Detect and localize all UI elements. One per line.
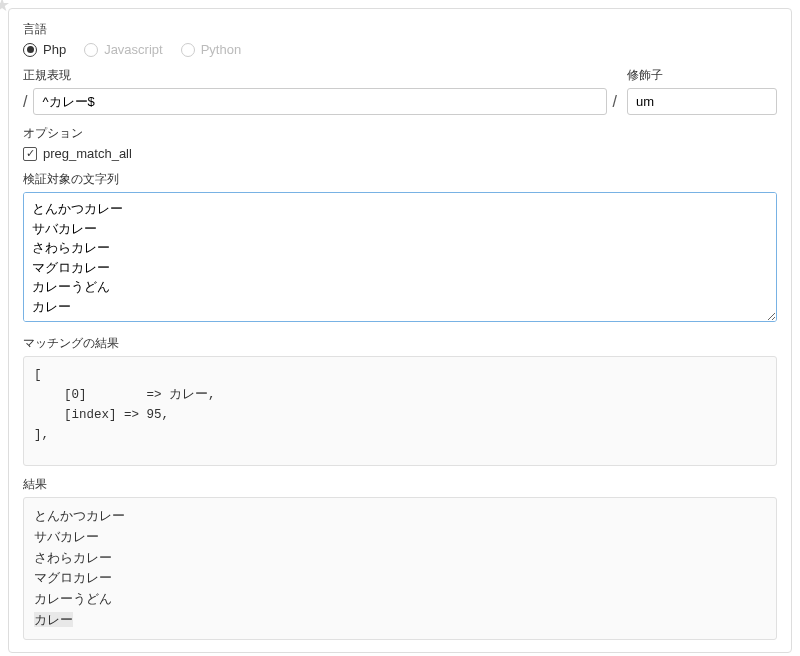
test-string-section: 検証対象の文字列 — [23, 171, 777, 325]
result-output: とんかつカレーサバカレーさわらカレーマグロカレーカレーうどんカレー — [23, 497, 777, 640]
result-label: 結果 — [23, 476, 777, 493]
radio-label: Javascript — [104, 42, 163, 57]
result-section: 結果 とんかつカレーサバカレーさわらカレーマグロカレーカレーうどんカレー — [23, 476, 777, 640]
regex-slash-open: / — [23, 93, 27, 111]
regex-pattern-input[interactable] — [33, 88, 606, 115]
radio-label: Php — [43, 42, 66, 57]
language-radio-php[interactable]: Php — [23, 42, 66, 57]
result-line: マグロカレー — [34, 570, 112, 585]
regex-modifier-input[interactable] — [627, 88, 777, 115]
options-label: オプション — [23, 125, 777, 142]
radio-icon — [23, 43, 37, 57]
regex-slash-close: / — [613, 93, 617, 111]
modifier-label: 修飾子 — [627, 67, 777, 84]
result-line: カレー — [34, 612, 73, 627]
regex-pattern-section: 正規表現 / / — [23, 67, 617, 115]
options-section: オプション preg_match_all — [23, 125, 777, 161]
language-radio-group: Php Javascript Python — [23, 42, 777, 57]
radio-label: Python — [201, 42, 241, 57]
test-string-label: 検証対象の文字列 — [23, 171, 777, 188]
test-string-input[interactable] — [23, 192, 777, 322]
language-radio-javascript[interactable]: Javascript — [84, 42, 163, 57]
regex-modifier-section: 修飾子 — [627, 67, 777, 115]
regex-tester-panel: 言語 Php Javascript Python 正規表現 / / — [8, 8, 792, 653]
regex-row: 正規表現 / / 修飾子 — [23, 67, 777, 115]
checkbox-icon — [23, 147, 37, 161]
match-result-label: マッチングの結果 — [23, 335, 777, 352]
match-result-output: [ [0] => カレー, [index] => 95, ], — [23, 356, 777, 466]
regex-label: 正規表現 — [23, 67, 617, 84]
language-radio-python[interactable]: Python — [181, 42, 241, 57]
language-section: 言語 Php Javascript Python — [23, 21, 777, 57]
preg-match-all-checkbox[interactable]: preg_match_all — [23, 146, 777, 161]
match-result-section: マッチングの結果 [ [0] => カレー, [index] => 95, ], — [23, 335, 777, 466]
radio-icon — [181, 43, 195, 57]
checkbox-label: preg_match_all — [43, 146, 132, 161]
result-line: カレーうどん — [34, 591, 112, 606]
radio-icon — [84, 43, 98, 57]
result-line: さわらカレー — [34, 550, 112, 565]
language-label: 言語 — [23, 21, 777, 38]
result-line: サバカレー — [34, 529, 99, 544]
result-line: とんかつカレー — [34, 508, 125, 523]
